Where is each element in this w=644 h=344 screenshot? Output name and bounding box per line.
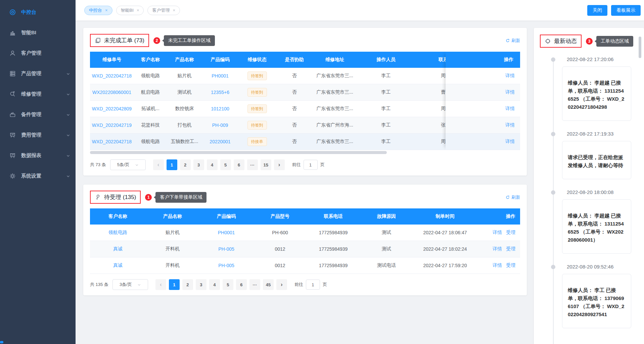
sidebar-item-label: 智能BI	[21, 30, 36, 36]
accept-link[interactable]: 受理	[506, 230, 515, 235]
table-row: 真诚 开料机 PH-005 0012 17725984939 测试电话 2022…	[90, 257, 520, 274]
app-root: 中控台 智能BI 客户管理 产品管理 维修管理 备件管理 费用管理	[0, 0, 644, 344]
accept-link[interactable]: 受理	[506, 262, 515, 268]
product-code-link[interactable]: 12355+6	[211, 90, 229, 95]
close-icon[interactable]: ×	[105, 8, 108, 13]
goto-page: 前往 页	[294, 280, 327, 290]
timeline-timestamp: 2022-08-22 17:20:06	[567, 56, 637, 62]
product-code-link[interactable]: PH-005	[218, 263, 234, 268]
goto-page-input[interactable]	[304, 160, 318, 170]
status-badge: 待签到	[247, 71, 267, 80]
page-button[interactable]: 5	[223, 279, 233, 290]
annotation-highlight-box: 最新动态	[540, 35, 582, 48]
detail-link[interactable]: 详情	[493, 246, 502, 251]
chevron-down-icon	[66, 154, 70, 158]
sidebar-item-dashboard[interactable]: 中控台	[0, 2, 76, 22]
status-badge: 待接单	[247, 137, 267, 146]
page-buttons: ‹ 1 2 3 4 5 6 ··· 45 ›	[155, 279, 287, 290]
sidebar-item-settings[interactable]: 系统设置	[0, 166, 76, 186]
refresh-button[interactable]: 刷新	[505, 194, 520, 200]
detail-link[interactable]: 详情	[505, 89, 515, 95]
order-no-link[interactable]: WXD_2022042809	[92, 106, 132, 111]
page-button[interactable]: 6	[234, 159, 244, 170]
product-code-link[interactable]: PH0001	[218, 230, 235, 235]
goto-page-input[interactable]	[306, 280, 320, 290]
tab-customers[interactable]: 客户管理 ×	[147, 6, 180, 15]
accept-link[interactable]: 受理	[506, 246, 515, 251]
product-code-link[interactable]: PH0001	[212, 73, 229, 79]
page-buttons: ‹ 1 2 3 4 5 6 ··· 15 ›	[153, 159, 285, 170]
bar-chart-icon	[9, 29, 16, 37]
timeline-dot	[551, 132, 555, 136]
page-size-select[interactable]: 5条/页	[110, 159, 146, 170]
tab-dashboard[interactable]: 中控台 ×	[84, 6, 112, 15]
product-code-link[interactable]: 20220001	[210, 139, 230, 144]
timeline-dot	[551, 190, 555, 195]
order-no-link[interactable]: WX202208060001	[92, 90, 131, 95]
order-no-link[interactable]: WXD_2022042718	[92, 139, 132, 144]
detail-link[interactable]: 详情	[493, 262, 502, 268]
more-pages-button[interactable]: ···	[249, 279, 260, 290]
sidebar-item-costs[interactable]: 费用管理	[0, 125, 76, 145]
page-button[interactable]: 2	[180, 159, 191, 170]
page-button[interactable]: 3	[196, 279, 206, 290]
next-page-button[interactable]: ›	[276, 279, 287, 290]
topbar-actions: 关闭 看板展示	[587, 5, 641, 16]
sidebar-item-bi[interactable]: 智能BI	[0, 22, 76, 43]
order-no-link[interactable]: WXD_2022042719	[92, 122, 132, 128]
chevron-down-icon	[137, 283, 141, 287]
more-pages-button[interactable]: ···	[247, 159, 258, 170]
board-display-button[interactable]: 看板展示	[611, 5, 641, 16]
page-size-select[interactable]: 3条/页	[112, 279, 148, 290]
order-no-link[interactable]: WXD_2022042718	[92, 73, 132, 79]
tab-bi[interactable]: 智能BI ×	[116, 6, 144, 15]
sidebar-item-spare-parts[interactable]: 备件管理	[0, 104, 76, 125]
left-column: 未完成工单 (73) 2 未完工工单操作区域 刷新 维修单号	[83, 28, 527, 344]
detail-link[interactable]: 详情	[505, 73, 515, 79]
timeline-timestamp: 2022-08-20 18:00:08	[567, 189, 637, 195]
page-button[interactable]: 5	[220, 159, 231, 170]
page-button[interactable]: 1	[169, 279, 180, 290]
detail-link[interactable]: 详情	[493, 230, 502, 235]
page-button[interactable]: 15	[261, 159, 271, 170]
detail-link[interactable]: 详情	[505, 122, 515, 128]
page-button[interactable]: 4	[207, 159, 218, 170]
sidebar-item-label: 产品管理	[21, 70, 41, 77]
page-button[interactable]: 45	[263, 279, 274, 290]
product-code-link[interactable]: PH-005	[218, 246, 234, 252]
sidebar-item-repairs[interactable]: 维修管理	[0, 84, 76, 104]
status-badge: 待签到	[247, 88, 267, 97]
customer-link[interactable]: 真诚	[113, 262, 123, 268]
close-icon[interactable]: ×	[137, 8, 139, 13]
customer-link[interactable]: 真诚	[113, 246, 123, 251]
sidebar-item-label: 中控台	[21, 9, 36, 15]
page-button[interactable]: 1	[167, 159, 177, 170]
horizontal-scrollbar-thumb[interactable]	[90, 151, 387, 154]
next-page-button[interactable]: ›	[274, 159, 285, 170]
customer-link[interactable]: 领航电路	[108, 230, 127, 235]
timeline-card: 维修人员： 李工 已接单，联系电话： 13790696107 （工单号： WXD…	[562, 274, 631, 328]
refresh-icon	[505, 38, 510, 43]
page-button[interactable]: 3	[193, 159, 204, 170]
product-code-link[interactable]: 1012100	[211, 106, 229, 111]
detail-link[interactable]: 详情	[505, 139, 515, 145]
detail-link[interactable]: 详情	[505, 106, 515, 112]
vertical-scrollbar-thumb[interactable]	[639, 37, 641, 58]
sidebar-item-label: 备件管理	[21, 111, 41, 118]
close-button[interactable]: 关闭	[587, 5, 607, 16]
sidebar-item-products[interactable]: 产品管理	[0, 63, 76, 84]
sidebar-item-customers[interactable]: 客户管理	[0, 43, 76, 63]
page-button[interactable]: 4	[209, 279, 220, 290]
fixed-action-column: 操作 详情 详情 详情 详情 详情	[446, 52, 520, 150]
refresh-button[interactable]: 刷新	[505, 38, 520, 44]
panel-header: 最新动态 3 工单动态区域	[540, 35, 637, 48]
page-button[interactable]: 2	[182, 279, 193, 290]
dashboard-icon	[9, 9, 16, 16]
close-icon[interactable]: ×	[173, 8, 175, 13]
product-code-link[interactable]: PH-009	[212, 122, 228, 128]
page-hscrollbar-thumb[interactable]	[0, 341, 3, 343]
prev-page-button[interactable]: ‹	[153, 159, 164, 170]
sidebar-item-reports[interactable]: 数据报表	[0, 145, 76, 166]
prev-page-button[interactable]: ‹	[155, 279, 166, 290]
page-button[interactable]: 6	[236, 279, 247, 290]
